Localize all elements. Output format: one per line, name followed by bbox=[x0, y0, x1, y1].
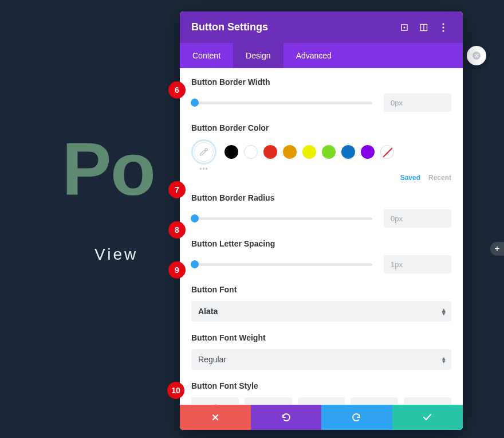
panel-header: Button Settings bbox=[180, 11, 463, 43]
tab-advanced[interactable]: Advanced bbox=[284, 43, 344, 68]
panel-body[interactable]: Button Border Width 0px Button Border Co… bbox=[180, 68, 463, 405]
color-more-icon[interactable]: ••• bbox=[199, 165, 208, 173]
border-color-label: Button Border Color bbox=[191, 123, 451, 132]
border-radius-slider-thumb[interactable] bbox=[191, 214, 199, 222]
chevron-updown-icon: ▴▾ bbox=[442, 308, 446, 315]
expand-icon-svg bbox=[400, 24, 408, 32]
color-swatch-row: ••• bbox=[191, 139, 451, 165]
font-style-underline[interactable]: U bbox=[351, 397, 398, 405]
tab-design[interactable]: Design bbox=[233, 43, 284, 68]
border-width-value[interactable]: 0px bbox=[384, 93, 451, 112]
color-tab-saved[interactable]: Saved bbox=[400, 174, 420, 182]
border-radius-value[interactable]: 0px bbox=[384, 209, 451, 228]
font-style-label: Button Font Style bbox=[191, 381, 451, 390]
annotation-marker-10: 10 bbox=[167, 382, 184, 399]
add-module-button[interactable]: + bbox=[490, 242, 504, 256]
chevron-updown-icon: ▴▾ bbox=[442, 357, 446, 363]
redo-icon bbox=[352, 413, 362, 422]
color-swatch-blue[interactable] bbox=[341, 145, 355, 159]
color-swatch-white[interactable] bbox=[244, 145, 258, 159]
field-font: Button Font Alata ▴▾ bbox=[191, 285, 451, 322]
color-tab-recent[interactable]: Recent bbox=[428, 174, 451, 182]
font-style-uppercase[interactable]: TT bbox=[245, 397, 292, 405]
letter-spacing-slider-thumb[interactable] bbox=[191, 260, 199, 268]
close-icon bbox=[211, 413, 219, 421]
font-weight-select[interactable]: Regular ▴▾ bbox=[191, 349, 451, 370]
layout-icon-svg bbox=[420, 24, 428, 32]
font-label: Button Font bbox=[191, 285, 451, 294]
border-radius-slider[interactable] bbox=[191, 217, 372, 220]
font-style-italic[interactable]: I bbox=[191, 397, 239, 405]
layout-icon[interactable] bbox=[416, 19, 432, 36]
annotation-marker-9: 9 bbox=[168, 261, 186, 279]
color-picker-button[interactable]: ••• bbox=[191, 139, 216, 165]
background-text-po: Po bbox=[62, 132, 155, 206]
field-letter-spacing: Button Letter Spacing 1px bbox=[191, 239, 451, 273]
panel-tabs: Content Design Advanced bbox=[180, 43, 463, 68]
svg-point-2 bbox=[404, 26, 405, 28]
panel-footer bbox=[180, 405, 463, 430]
close-panel-bubble[interactable] bbox=[467, 46, 486, 65]
color-swatch-yellow[interactable] bbox=[302, 145, 316, 159]
field-border-color: Button Border Color ••• Sav bbox=[191, 123, 451, 182]
letter-spacing-slider[interactable] bbox=[191, 263, 372, 266]
font-weight-label: Button Font Weight bbox=[191, 333, 451, 342]
settings-panel: Button Settings Content Design Advanced … bbox=[180, 11, 463, 430]
font-weight-select-value: Regular bbox=[198, 355, 226, 364]
field-border-radius: Button Border Radius 0px bbox=[191, 193, 451, 228]
svg-point-7 bbox=[442, 30, 444, 32]
border-radius-label: Button Border Radius bbox=[191, 193, 451, 202]
plus-icon: + bbox=[494, 244, 499, 254]
annotation-marker-8: 8 bbox=[168, 221, 186, 238]
annotation-marker-6: 6 bbox=[168, 81, 186, 99]
save-button[interactable] bbox=[392, 405, 463, 430]
redo-button[interactable] bbox=[321, 405, 392, 430]
field-border-width: Button Border Width 0px bbox=[191, 77, 451, 112]
cancel-button[interactable] bbox=[180, 405, 251, 430]
expand-icon[interactable] bbox=[396, 19, 412, 36]
color-swatch-black[interactable] bbox=[225, 145, 238, 159]
font-style-strikethrough[interactable]: S bbox=[404, 397, 451, 405]
border-width-label: Button Border Width bbox=[191, 77, 451, 87]
more-icon-svg bbox=[442, 23, 444, 32]
font-style-capitalize[interactable]: TT bbox=[298, 397, 345, 405]
tab-content[interactable]: Content bbox=[180, 43, 233, 68]
check-icon bbox=[423, 413, 432, 421]
border-width-slider-thumb[interactable] bbox=[191, 99, 199, 107]
background-text-view: View bbox=[94, 245, 138, 264]
field-font-style: Button Font Style I TT TT U S bbox=[191, 381, 451, 405]
eyedropper-icon bbox=[199, 147, 209, 157]
color-swatch-red[interactable] bbox=[263, 145, 277, 159]
color-swatch-orange[interactable] bbox=[283, 145, 297, 159]
undo-icon bbox=[281, 413, 291, 422]
undo-button[interactable] bbox=[251, 405, 322, 430]
annotation-marker-7: 7 bbox=[168, 181, 186, 198]
more-icon[interactable] bbox=[435, 19, 451, 36]
close-icon bbox=[472, 51, 481, 60]
color-swatch-none[interactable] bbox=[380, 145, 394, 159]
field-font-weight: Button Font Weight Regular ▴▾ bbox=[191, 333, 451, 370]
panel-title: Button Settings bbox=[191, 21, 393, 33]
color-swatch-purple[interactable] bbox=[361, 145, 375, 159]
color-swatch-green[interactable] bbox=[322, 145, 336, 159]
letter-spacing-label: Button Letter Spacing bbox=[191, 239, 451, 248]
border-width-slider[interactable] bbox=[191, 101, 372, 104]
svg-point-6 bbox=[442, 26, 444, 28]
font-select[interactable]: Alata ▴▾ bbox=[191, 301, 451, 322]
letter-spacing-value[interactable]: 1px bbox=[384, 255, 451, 273]
svg-point-5 bbox=[442, 23, 444, 25]
font-select-value: Alata bbox=[198, 307, 218, 316]
